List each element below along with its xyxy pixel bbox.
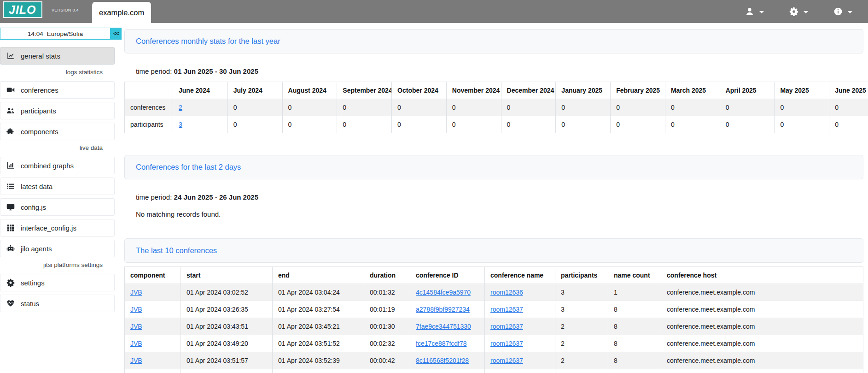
panel-title[interactable]: The last 10 conferences: [136, 246, 217, 255]
column-header: component: [125, 267, 181, 284]
table-cell: participants: [125, 116, 173, 133]
table-cell: conferences: [125, 99, 173, 116]
table-cell: 0: [392, 116, 447, 133]
table-cell: room12636: [485, 284, 555, 301]
monthly-table-clip: June 2024July 2024August 2024September 2…: [124, 82, 868, 133]
sidebar-item-label: jilo agents: [21, 245, 52, 253]
table-cell: 01 Apr 2024 03:02:52: [181, 284, 273, 301]
no-records-message: No matching records found.: [136, 210, 868, 218]
settings-menu-dropdown[interactable]: [789, 7, 808, 16]
column-header: March 2025: [665, 82, 720, 99]
table-cell: 00:01:19: [364, 301, 410, 318]
panel-title[interactable]: Conferences for the last 2 days: [136, 163, 241, 171]
table-cell: 00:01:30: [364, 318, 410, 335]
table-cell-link[interactable]: fce17ce887fcdf78: [416, 340, 467, 347]
grid-icon: [6, 224, 15, 232]
table-cell: 0: [556, 116, 611, 133]
table-cell-link[interactable]: JVB: [130, 357, 142, 364]
table-cell: 0: [556, 99, 611, 116]
table-cell: 3: [555, 301, 608, 318]
gear-icon: [6, 278, 15, 287]
sidebar-item-components[interactable]: components: [0, 123, 115, 140]
panel-header-last-10-conferences[interactable]: The last 10 conferences: [124, 238, 863, 263]
table-cell: 8: [608, 352, 661, 369]
clock-display: 14:04 Europe/Sofia: [0, 28, 111, 40]
table-cell: 0: [611, 99, 665, 116]
user-menu-dropdown[interactable]: [745, 7, 764, 16]
table-cell: 0: [501, 116, 556, 133]
sidebar-item-settings[interactable]: settings: [0, 274, 115, 291]
table-cell: 2: [555, 352, 608, 369]
table-cell: 00:00:42: [364, 352, 410, 369]
sidebar-collapse-button[interactable]: <<: [111, 28, 122, 40]
chart-line-icon: [6, 52, 15, 60]
table-cell-link[interactable]: JVB: [130, 340, 142, 347]
table-cell-link[interactable]: room12637: [490, 323, 523, 330]
list-icon: [6, 182, 15, 190]
clock-timezone: Europe/Sofia: [47, 30, 83, 37]
robot-icon: [6, 244, 15, 253]
table-cell-link[interactable]: 2: [179, 104, 182, 111]
table-cell-link[interactable]: a2788f9bf9927234: [416, 306, 470, 313]
table-cell: 8: [608, 335, 661, 352]
user-icon: [745, 7, 754, 16]
sidebar-item-status[interactable]: status: [0, 295, 115, 312]
table-row: [125, 369, 863, 373]
table-cell-link[interactable]: room12637: [490, 340, 523, 347]
table-cell-link[interactable]: room12637: [490, 357, 523, 364]
table-cell-link[interactable]: 8c116568f5201f28: [416, 357, 469, 364]
sidebar-item-jilo-agents[interactable]: jilo agents: [0, 240, 115, 257]
table-cell: 0: [611, 116, 665, 133]
table-cell-link[interactable]: 7fae9ce344751330: [416, 323, 471, 330]
sidebar-item-label: settings: [21, 279, 45, 287]
last-conferences-table: componentstartenddurationconference IDco…: [124, 266, 863, 373]
column-header: end: [273, 267, 364, 284]
table-cell: [608, 369, 661, 373]
sidebar-item-latest-data[interactable]: latest data: [0, 178, 115, 195]
table-cell-link[interactable]: JVB: [130, 289, 142, 296]
panel-header-monthly-stats[interactable]: Conferences monthly stats for the last y…: [124, 29, 863, 53]
sidebar-item-config-js[interactable]: config.js: [0, 198, 115, 216]
sidebar-item-combined-graphs[interactable]: combined graphs: [0, 157, 115, 174]
column-header: June 2025: [829, 82, 868, 99]
table-cell-link[interactable]: JVB: [130, 306, 142, 313]
column-header: December 2024: [501, 82, 556, 99]
platform-tab-example-com[interactable]: example.com: [92, 2, 151, 23]
table-cell: conference.meet.example.com: [661, 318, 863, 335]
main-content: Conferences monthly stats for the last y…: [124, 23, 868, 373]
sidebar-item-general-stats[interactable]: general stats: [0, 47, 115, 65]
sidebar-item-label: latest data: [21, 183, 52, 190]
sidebar-section-label: live data: [0, 144, 115, 151]
table-cell: 01 Apr 2024 03:27:54: [273, 301, 364, 318]
table-cell-link[interactable]: JVB: [130, 323, 142, 330]
table-cell-link[interactable]: room12636: [490, 289, 523, 296]
sidebar-item-interface-config-js[interactable]: interface_config.js: [0, 219, 115, 237]
sidebar-item-label: participants: [21, 107, 56, 115]
app-logo[interactable]: JILO: [3, 1, 42, 18]
table-row: conferences2000000000000: [125, 99, 868, 116]
app-version: VERSION 0.4: [52, 8, 79, 12]
table-cell: [555, 369, 608, 373]
time-period-label: time period:: [136, 193, 172, 201]
column-header: conference ID: [410, 267, 485, 284]
gear-icon: [789, 7, 798, 16]
table-cell: 8: [608, 318, 661, 335]
table-cell: [410, 369, 485, 373]
table-cell-link[interactable]: 4c14584fce9a5970: [416, 289, 471, 296]
sidebar-item-conferences[interactable]: conferences: [0, 81, 115, 99]
table-cell: 01 Apr 2024 03:51:57: [181, 352, 273, 369]
panel-title[interactable]: Conferences monthly stats for the last y…: [136, 37, 280, 45]
table-cell: conference.meet.example.com: [661, 352, 863, 369]
table-cell: 7fae9ce344751330: [410, 318, 485, 335]
caret-down-icon: [804, 11, 808, 13]
puzzle-piece-icon: [6, 127, 15, 136]
panel-header-last-2-days[interactable]: Conferences for the last 2 days: [124, 155, 863, 179]
table-cell-link[interactable]: 3: [179, 121, 182, 128]
table-cell-link[interactable]: room12637: [490, 306, 523, 313]
table-cell: JVB: [125, 284, 181, 301]
clock-row: 14:04 Europe/Sofia <<: [0, 28, 122, 40]
info-menu-dropdown[interactable]: [833, 7, 852, 16]
table-cell: 0: [829, 99, 868, 116]
table-cell: 00:02:32: [364, 335, 410, 352]
sidebar-item-participants[interactable]: participants: [0, 102, 115, 119]
